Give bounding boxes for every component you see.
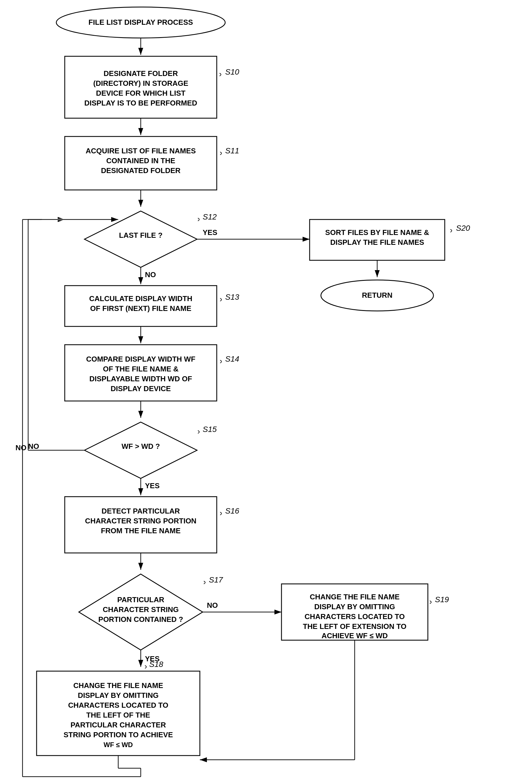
s10-label: S10 [225, 68, 239, 76]
return-label: RETURN [362, 291, 392, 299]
s12-label: S12 [203, 212, 217, 221]
svg-text:DISPLAY BY OMITTING: DISPLAY BY OMITTING [78, 691, 158, 700]
svg-text:CHARACTER STRING: CHARACTER STRING [103, 605, 179, 614]
svg-text:OF FIRST (NEXT) FILE NAME: OF FIRST (NEXT) FILE NAME [90, 304, 191, 313]
svg-text:DISPLAYABLE WIDTH WD OF: DISPLAYABLE WIDTH WD OF [90, 375, 192, 383]
svg-text:(DIRECTORY) IN STORAGE: (DIRECTORY) IN STORAGE [93, 79, 188, 87]
s19-label: S19 [435, 595, 449, 604]
s17-label: S17 [209, 575, 223, 584]
svg-text:DISPLAY IS TO BE PERFORMED: DISPLAY IS TO BE PERFORMED [84, 99, 197, 107]
svg-text:WF ≤ WD: WF ≤ WD [104, 741, 133, 748]
svg-text:CHARACTER STRING PORTION: CHARACTER STRING PORTION [85, 517, 197, 525]
svg-text:YES: YES [145, 482, 159, 490]
svg-text:SORT FILES BY FILE NAME &: SORT FILES BY FILE NAME & [325, 228, 429, 237]
s13-label: S13 [225, 293, 239, 301]
s11-label: S11 [225, 146, 239, 155]
flowchart-diagram: FILE LIST DISPLAY PROCESS DESIGNATE FOLD… [0, 0, 532, 782]
svg-text:CHARACTERS LOCATED TO: CHARACTERS LOCATED TO [305, 612, 405, 621]
svg-text:DISPLAY BY OMITTING: DISPLAY BY OMITTING [314, 602, 395, 611]
svg-text:NO: NO [207, 601, 218, 609]
svg-text:DESIGNATED FOLDER: DESIGNATED FOLDER [101, 166, 181, 175]
s20-label: S20 [456, 224, 470, 233]
start-label: FILE LIST DISPLAY PROCESS [88, 18, 193, 27]
svg-text:THE LEFT OF THE: THE LEFT OF THE [86, 711, 150, 719]
svg-text:YES: YES [203, 228, 217, 237]
svg-text:FROM THE FILE NAME: FROM THE FILE NAME [101, 527, 180, 535]
svg-text:NO: NO [28, 442, 39, 451]
svg-text:COMPARE DISPLAY WIDTH WF: COMPARE DISPLAY WIDTH WF [86, 355, 196, 363]
svg-text:NO: NO [15, 443, 27, 452]
svg-text:DETECT PARTICULAR: DETECT PARTICULAR [102, 507, 180, 515]
svg-text:DESIGNATE FOLDER: DESIGNATE FOLDER [104, 69, 178, 78]
s15-label: S15 [203, 425, 217, 434]
svg-text:CHANGE THE FILE NAME: CHANGE THE FILE NAME [310, 593, 399, 601]
svg-text:DEVICE FOR WHICH LIST: DEVICE FOR WHICH LIST [96, 89, 185, 97]
svg-text:PORTION CONTAINED ?: PORTION CONTAINED ? [98, 615, 183, 624]
svg-text:DISPLAY THE FILE NAMES: DISPLAY THE FILE NAMES [330, 238, 424, 247]
svg-text:DISPLAY DEVICE: DISPLAY DEVICE [111, 384, 171, 393]
svg-text:S18: S18 [149, 660, 163, 669]
svg-text:WF > WD ?: WF > WD ? [121, 442, 160, 451]
svg-text:NO: NO [145, 271, 156, 279]
svg-text:CHANGE THE FILE NAME: CHANGE THE FILE NAME [73, 681, 163, 690]
svg-text:CALCULATE DISPLAY WIDTH: CALCULATE DISPLAY WIDTH [89, 294, 192, 303]
s16-label: S16 [225, 506, 239, 515]
svg-text:ACQUIRE LIST OF FILE NAMES: ACQUIRE LIST OF FILE NAMES [85, 147, 196, 155]
svg-text:OF THE FILE NAME &: OF THE FILE NAME & [103, 365, 179, 373]
svg-text:STRING PORTION TO ACHIEVE: STRING PORTION TO ACHIEVE [64, 731, 173, 739]
svg-text:LAST FILE ?: LAST FILE ? [119, 231, 163, 240]
svg-text:ACHIEVE WF ≤ WD: ACHIEVE WF ≤ WD [321, 632, 388, 640]
s14-label: S14 [225, 355, 239, 363]
svg-text:CHARACTERS LOCATED TO: CHARACTERS LOCATED TO [68, 701, 168, 709]
svg-text:CONTAINED IN THE: CONTAINED IN THE [106, 156, 175, 165]
svg-text:THE LEFT OF EXTENSION TO: THE LEFT OF EXTENSION TO [303, 622, 406, 631]
svg-text:PARTICULAR CHARACTER: PARTICULAR CHARACTER [71, 721, 166, 729]
svg-text:PARTICULAR: PARTICULAR [117, 596, 164, 604]
